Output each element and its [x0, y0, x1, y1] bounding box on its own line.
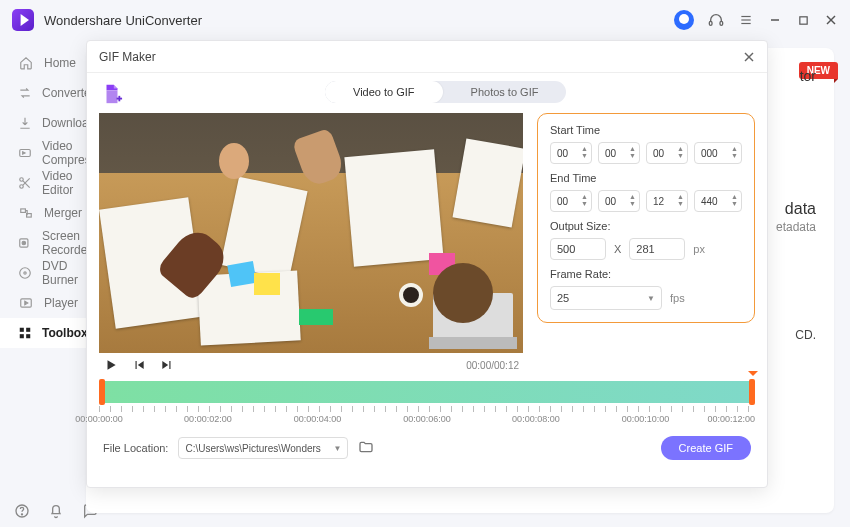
- play-button[interactable]: [103, 357, 119, 373]
- sidebar-label: Merger: [44, 206, 82, 220]
- tab-video-to-gif[interactable]: Video to GIF: [325, 81, 443, 103]
- fps-select[interactable]: 25▼: [550, 286, 662, 310]
- compressor-icon: [18, 145, 32, 161]
- title-bar: Wondershare UniConverter: [0, 0, 850, 40]
- svg-rect-1: [720, 21, 723, 25]
- fps-unit: fps: [670, 292, 685, 304]
- trim-end-handle[interactable]: [749, 379, 755, 405]
- sidebar-item-converter[interactable]: Converter: [0, 78, 86, 108]
- dialog-title: GIF Maker: [99, 50, 156, 64]
- svg-rect-6: [799, 16, 806, 23]
- recorder-icon: [18, 235, 32, 251]
- bell-icon[interactable]: [48, 503, 64, 519]
- home-icon: [18, 55, 34, 71]
- app-logo-icon: [12, 9, 34, 31]
- converter-icon: [18, 85, 32, 101]
- timeline: 00:00:00:00 00:00:02:00 00:00:04:00 00:0…: [99, 381, 755, 430]
- grid-icon: [18, 325, 32, 341]
- trim-start-handle[interactable]: [99, 379, 105, 405]
- svg-rect-0: [709, 21, 712, 25]
- help-icon[interactable]: [14, 503, 30, 519]
- dialog-header: GIF Maker: [87, 41, 767, 73]
- sidebar-item-editor[interactable]: Video Editor: [0, 168, 86, 198]
- svg-point-26: [21, 514, 22, 515]
- sidebar-label: Player: [44, 296, 78, 310]
- svg-rect-14: [21, 209, 26, 213]
- start-ms-input[interactable]: 000▲▼: [694, 142, 742, 164]
- timeline-track[interactable]: [99, 381, 755, 403]
- open-folder-button[interactable]: [358, 439, 376, 457]
- svg-rect-24: [26, 334, 30, 338]
- svg-point-10: [20, 178, 24, 182]
- sidebar-item-downloader[interactable]: Downloader: [0, 108, 86, 138]
- next-frame-button[interactable]: [159, 357, 175, 373]
- minimize-button[interactable]: [768, 13, 782, 27]
- sidebar-item-dvd[interactable]: DVD Burner: [0, 258, 86, 288]
- create-gif-button[interactable]: Create GIF: [661, 436, 751, 460]
- svg-point-11: [20, 185, 24, 189]
- add-file-button[interactable]: [99, 81, 125, 107]
- disc-icon: [18, 265, 32, 281]
- sidebar-item-player[interactable]: Player: [0, 288, 86, 318]
- user-avatar-icon[interactable]: [674, 10, 694, 30]
- support-icon[interactable]: [708, 12, 724, 28]
- player-controls: 00:00/00:12: [99, 353, 523, 377]
- player-icon: [18, 295, 34, 311]
- start-sec-input[interactable]: 00▲▼: [646, 142, 688, 164]
- sidebar-label: Home: [44, 56, 76, 70]
- svg-point-19: [24, 272, 26, 274]
- width-input[interactable]: [550, 238, 606, 260]
- end-time-label: End Time: [550, 172, 742, 184]
- gif-maker-dialog: GIF Maker Video to GIF Photos to GIF: [86, 40, 768, 488]
- sidebar-item-merger[interactable]: Merger: [0, 198, 86, 228]
- x-separator: X: [614, 243, 621, 255]
- end-hour-input[interactable]: 00▲▼: [550, 190, 592, 212]
- start-hour-input[interactable]: 00▲▼: [550, 142, 592, 164]
- end-sec-input[interactable]: 12▲▼: [646, 190, 688, 212]
- sidebar-item-home[interactable]: Home: [0, 48, 86, 78]
- file-location-select[interactable]: C:\Users\ws\Pictures\Wonders ▼: [178, 437, 348, 459]
- prev-frame-button[interactable]: [131, 357, 147, 373]
- tab-photos-to-gif[interactable]: Photos to GIF: [443, 81, 567, 103]
- settings-panel: Start Time 00▲▼ 00▲▼ 00▲▼ 000▲▼ End Time…: [537, 113, 755, 323]
- svg-point-17: [22, 241, 26, 245]
- close-icon[interactable]: [743, 51, 755, 63]
- sidebar-item-compressor[interactable]: Video Compressor: [0, 138, 86, 168]
- sidebar-label: Video Editor: [42, 169, 86, 197]
- sidebar-label: Toolbox: [42, 326, 88, 340]
- tab-group: Video to GIF Photos to GIF: [325, 81, 566, 103]
- download-icon: [18, 115, 32, 131]
- start-time-label: Start Time: [550, 124, 742, 136]
- height-input[interactable]: [629, 238, 685, 260]
- time-ruler: 00:00:00:00 00:00:02:00 00:00:04:00 00:0…: [99, 406, 755, 430]
- sidebar-label: Screen Recorder: [42, 229, 91, 257]
- output-size-label: Output Size:: [550, 220, 742, 232]
- sidebar-item-toolbox[interactable]: Toolbox: [0, 318, 86, 348]
- time-display: 00:00/00:12: [466, 360, 519, 371]
- svg-rect-22: [26, 328, 30, 332]
- svg-rect-21: [20, 328, 24, 332]
- bg-text: data: [785, 200, 816, 218]
- close-window-button[interactable]: [824, 13, 838, 27]
- end-min-input[interactable]: 00▲▼: [598, 190, 640, 212]
- frame-rate-label: Frame Rate:: [550, 268, 742, 280]
- sidebar-label: DVD Burner: [42, 259, 86, 287]
- bg-text: tor: [800, 68, 816, 84]
- bg-text: CD.: [795, 328, 816, 342]
- video-preview[interactable]: [99, 113, 523, 353]
- end-ms-input[interactable]: 440▲▼: [694, 190, 742, 212]
- bg-text: etadata: [776, 220, 816, 234]
- sidebar-item-recorder[interactable]: Screen Recorder: [0, 228, 86, 258]
- app-title: Wondershare UniConverter: [44, 13, 202, 28]
- start-min-input[interactable]: 00▲▼: [598, 142, 640, 164]
- menu-icon[interactable]: [738, 12, 754, 28]
- svg-point-18: [20, 268, 31, 279]
- scissors-icon: [18, 175, 32, 191]
- sidebar: Home Converter Downloader Video Compress…: [0, 40, 86, 527]
- svg-rect-23: [20, 334, 24, 338]
- merger-icon: [18, 205, 34, 221]
- file-location-label: File Location:: [103, 442, 168, 454]
- px-unit: px: [693, 243, 705, 255]
- maximize-button[interactable]: [796, 13, 810, 27]
